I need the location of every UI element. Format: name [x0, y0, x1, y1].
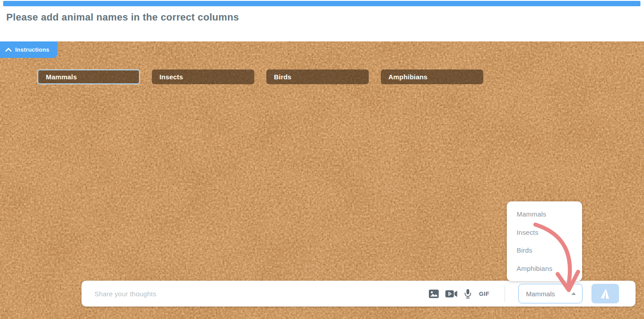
gif-button[interactable]: GIF: [479, 290, 489, 297]
dropdown-item-insects[interactable]: Insects: [507, 229, 582, 236]
image-icon: [429, 290, 439, 298]
columns-row: Mammals Insects Birds Amphibians: [37, 70, 483, 84]
column-header-mammals[interactable]: Mammals: [37, 70, 140, 84]
post-input[interactable]: [94, 290, 422, 298]
column-header-amphibians[interactable]: Amphibians: [381, 70, 483, 84]
microphone-icon: [464, 289, 472, 299]
instructions-button[interactable]: Instructions: [0, 41, 57, 58]
composer-divider: [505, 286, 505, 302]
dropdown-item-birds[interactable]: Birds: [507, 246, 582, 254]
subject-selector[interactable]: Mammals: [518, 284, 583, 303]
column-label: Mammals: [46, 73, 77, 81]
board-canvas[interactable]: Instructions Mammals Insects Birds Amphi…: [0, 41, 644, 319]
subject-dropdown-menu: Mammals Insects Birds Amphibians: [507, 201, 582, 281]
column-label: Insects: [159, 73, 183, 81]
image-upload-button[interactable]: [429, 290, 439, 298]
top-accent-bar: [3, 1, 640, 6]
dropdown-item-mammals[interactable]: Mammals: [507, 210, 582, 218]
column-header-insects[interactable]: Insects: [152, 70, 254, 84]
audio-record-button[interactable]: [464, 289, 472, 299]
column-label: Birds: [274, 73, 291, 81]
instructions-label: Instructions: [15, 46, 49, 53]
send-button[interactable]: [591, 284, 619, 303]
caret-up-icon: [571, 292, 576, 295]
subject-value: Mammals: [526, 290, 555, 298]
composer-bar: GIF Mammals: [82, 281, 636, 307]
column-header-birds[interactable]: Birds: [266, 70, 369, 84]
page-title: Please add animal names in the correct c…: [6, 12, 239, 23]
chevron-up-icon: [5, 48, 12, 52]
column-label: Amphibians: [388, 73, 428, 81]
paper-plane-icon: [597, 286, 613, 301]
video-record-button[interactable]: [445, 290, 457, 298]
dropdown-item-amphibians[interactable]: Amphibians: [507, 265, 582, 272]
video-camera-icon: [445, 290, 457, 298]
